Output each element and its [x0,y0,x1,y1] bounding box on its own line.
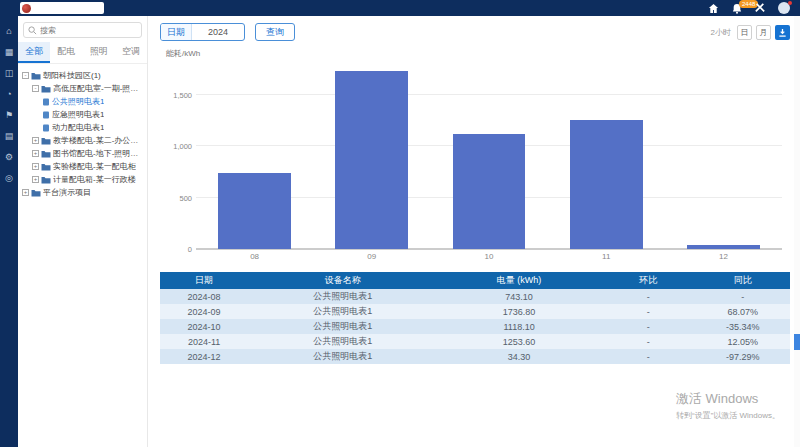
table-header-cell: 电量 (kWh) [437,272,601,289]
bar-09 [335,71,408,250]
monitor-icon[interactable]: ⌂ [6,26,11,36]
main-row: ⌂▦◫◔⚑▤⚙◎ 全部配电照明空调 -朝阳科技园区(1)-高低压配电室-一期-照… [0,16,800,447]
tab-0[interactable]: 全部 [18,42,50,63]
table-cell: - [601,319,696,334]
tree-item[interactable]: -高低压配电室-一期-照明回路 [20,82,145,95]
bar-10 [453,134,526,249]
tree-item-label: 实验楼配电-某一配电柜 [53,160,136,173]
panel-icon[interactable]: ◫ [5,68,14,78]
alarm-icon[interactable]: ⚑ [5,110,13,120]
table-header-cell: 同比 [695,272,790,289]
expander-icon[interactable]: + [32,176,39,183]
folder-icon [31,189,41,197]
x-axis-tick: 10 [485,252,494,261]
device-panel: 全部配电照明空调 -朝阳科技园区(1)-高低压配电室-一期-照明回路公共照明电表… [18,16,148,447]
table-header-cell: 日期 [160,272,248,289]
table-cell: 1736.80 [437,304,601,319]
tree-item-label: 动力配电电表1 [52,121,104,134]
table-cell: - [695,289,790,304]
tree-item[interactable]: +平台演示项目 [20,186,145,199]
table-row: 2024-08公共照明电表1743.10-- [160,289,790,304]
table-header-cell: 环比 [601,272,696,289]
table-cell: 公共照明电表1 [248,319,437,334]
scrollbar-thumb[interactable] [794,334,800,350]
folder-icon [41,176,51,184]
bell-icon[interactable]: 2448 [732,3,742,14]
table-cell: -97.29% [695,349,790,364]
bar-11 [570,120,643,249]
search-input[interactable] [40,26,137,35]
tree-item-label: 公共照明电表1 [52,95,104,108]
scrollbar [794,16,800,447]
meter-icon [42,98,50,106]
table-cell: 公共照明电表1 [248,304,437,319]
x-axis-tick: 09 [367,252,376,261]
expander-icon[interactable]: - [32,85,39,92]
download-button[interactable] [775,25,790,40]
meter-icon [42,124,50,132]
sidebar-tabs: 全部配电照明空调 [18,42,147,64]
tree-item[interactable]: +图书馆配电-地下-照明回路 [20,147,145,160]
windows-watermark: 激活 Windows 转到“设置”以激活 Windows。 [676,390,780,421]
y-axis-tick: 1,500 [173,90,192,99]
table-cell: 2024-09 [160,304,248,319]
folder-icon [41,150,51,158]
dashboard-icon[interactable]: ▦ [5,47,14,57]
notification-dot-icon [788,1,792,5]
folder-icon [41,137,51,145]
expander-icon[interactable]: + [32,150,39,157]
energy-bar-chart: 能耗/kWh 05001,0001,5000809101112 [160,48,790,268]
unit-button-1[interactable]: 月 [756,25,771,40]
tab-3[interactable]: 空调 [115,42,147,63]
table-header-cell: 设备名称 [248,272,437,289]
unit-button-0[interactable]: 日 [737,25,752,40]
tab-1[interactable]: 配电 [50,42,82,63]
tree-item-label: 高低压配电室-一期-照明回路 [53,82,145,95]
tree-item-label: 教学楼配电-某二-办公用电 [53,134,145,147]
table-cell: 2024-12 [160,349,248,364]
search-box[interactable] [23,22,142,38]
tree-item[interactable]: +计量配电箱-某一行政楼 [20,173,145,186]
expander-icon[interactable]: + [22,189,29,196]
folder-icon [31,72,41,80]
topbar-actions: 2448 [708,2,790,14]
report-icon[interactable]: ▤ [5,131,14,141]
tree-item[interactable]: +教学楼配电-某二-办公用电 [20,134,145,147]
meter-icon [42,111,50,119]
expander-icon[interactable]: + [32,137,39,144]
analysis-icon[interactable]: ◔ [6,89,11,99]
table-row: 2024-11公共照明电表11253.60-12.05% [160,334,790,349]
date-filter: 日期 [160,23,245,41]
table-cell: - [601,349,696,364]
expander-icon[interactable]: - [22,72,29,79]
table-cell: 34.30 [437,349,601,364]
bar-08 [218,173,291,249]
table-cell: 公共照明电表1 [248,334,437,349]
tools-icon[interactable] [755,3,765,13]
settings-icon[interactable]: ⚙ [5,152,13,162]
table-row: 2024-10公共照明电表11118.10--35.34% [160,319,790,334]
y-axis-tick: 1,000 [173,142,192,151]
target-icon[interactable]: ◎ [5,173,13,183]
avatar[interactable] [778,2,790,14]
chart-plot: 05001,0001,5000809101112 [196,64,782,250]
expander-icon[interactable]: + [32,163,39,170]
search-icon [28,21,37,39]
table-cell: 2024-11 [160,334,248,349]
tab-2[interactable]: 照明 [83,42,115,63]
x-axis-tick: 11 [602,252,610,261]
tree-item[interactable]: 应急照明电表1 [20,108,145,121]
home-icon[interactable] [708,3,719,14]
unit-buttons-mount: 日月 [737,25,771,40]
table-cell: - [601,334,696,349]
table-head: 日期设备名称电量 (kWh)环比同比 [160,272,790,289]
tree-item[interactable]: 动力配电电表1 [20,121,145,134]
tree-item[interactable]: +实验楼配电-某一配电柜 [20,160,145,173]
query-button[interactable]: 查询 [255,23,295,41]
date-input[interactable] [192,27,244,37]
chart-y-axis-title: 能耗/kWh [166,48,200,59]
tree-item[interactable]: 公共照明电表1 [20,95,145,108]
table-body: 2024-08公共照明电表1743.10--2024-09公共照明电表11736… [160,289,790,364]
logo-icon [22,4,31,13]
tree-item[interactable]: -朝阳科技园区(1) [20,69,145,82]
